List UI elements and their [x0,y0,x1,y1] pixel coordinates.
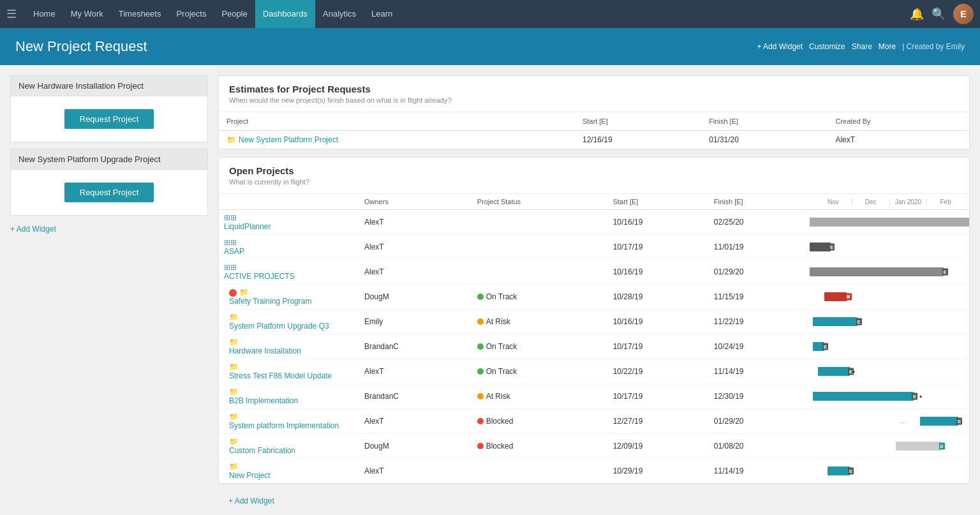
customize-button[interactable]: Customize [809,42,845,51]
platform-widget: New System Platform Upgrade Project Requ… [10,149,208,216]
project-link[interactable]: New Project [229,471,354,480]
search-icon[interactable]: 🔍 [932,7,946,21]
gantt-cell: ✖ [810,285,969,310]
add-widget-left-link[interactable]: + Add Widget [10,222,208,236]
folder-icon: 📁 [229,462,239,471]
owner-cell: AlexT [359,459,472,484]
project-name-cell: 📁System Platform Upgrade Q3 [219,310,359,334]
th-owners: Owners [359,194,472,210]
gantt-bar-container: E [810,238,969,256]
nav-my-work[interactable]: My Work [63,0,111,28]
project-link[interactable]: LiquidPlanner [224,222,354,231]
nav-dashboards[interactable]: Dashboards [255,0,315,28]
folder-icon: 📁 [229,437,239,446]
start-cell: 10/28/19 [608,285,709,310]
nav-home[interactable]: Home [26,0,63,28]
col-created-by: Created By [828,112,969,131]
table-row: 📁Hardware Installation BrandanC On Track… [219,334,969,359]
project-link[interactable]: 📁 New System Platform Project [226,135,567,144]
gantt-badge: ✖ [845,294,852,301]
table-row: ⊞⊞ACTIVE PROJECTS AlexT 10/16/19 01/29/2… [219,260,969,285]
start-cell: 12/27/19 [608,409,709,434]
folder-icon: 📁 [229,338,239,347]
gantt-badge: ♦ [918,393,923,400]
nav-learn[interactable]: Learn [364,0,400,28]
gantt-cell: E♦ [810,359,969,384]
add-widget-header-button[interactable]: + Add Widget [757,42,803,51]
project-name-cell: 📁New Project [219,459,359,484]
owner-cell: BrandanC [359,384,472,409]
estimates-body: Project Start [E] Finish [E] Created By … [219,112,969,149]
gantt-bar [810,267,944,276]
project-link[interactable]: Custom Fabrication [229,446,354,455]
nav-timesheets[interactable]: Timesheets [111,0,169,28]
project-name-cell: 📁System platform Implementation [219,409,359,434]
navbar: ☰ Home My Work Timesheets Projects Peopl… [0,0,980,28]
gantt-cell: E [810,434,969,459]
project-link[interactable]: System Platform Upgrade Q3 [229,322,354,331]
project-cell: 📁 New System Platform Project [219,131,575,149]
project-link[interactable]: Stress Test F86 Model Update [229,371,354,380]
gantt-cell: E [810,235,969,260]
project-link[interactable]: Safety Training Program [229,297,354,306]
col-finish-e: Finish [E] [701,112,828,131]
status-cell: At Risk [472,384,608,409]
finish-cell: 11/01/19 [709,235,810,260]
table-row: 📁B2B Implementation BrandanC At Risk 10/… [219,384,969,409]
owner-cell: DougM [359,285,472,310]
table-row: 📁Stress Test F86 Model Update AlexT On T… [219,359,969,384]
start-cell: 10/17/19 [608,384,709,409]
gantt-cell: E [810,334,969,359]
owner-cell: AlexT [359,359,472,384]
status-text: At Risk [477,392,603,401]
table-header-row: Owners Project Status Start [E] Finish [… [219,194,969,210]
share-button[interactable]: Share [852,42,872,51]
th-gantt: Nov Dec Jan 2020 Feb [810,194,969,210]
hardware-request-button[interactable]: Request Project [64,109,154,129]
project-name-cell: ⊞⊞LiquidPlanner [219,210,359,235]
status-cell: At Risk [472,310,608,334]
project-link[interactable]: B2B Implementation [229,396,354,405]
notifications-icon[interactable]: 🔔 [910,7,924,21]
right-column: Estimates for Project Requests When woul… [218,75,970,511]
owner-cell: BrandanC [359,334,472,359]
platform-request-button[interactable]: Request Project [64,183,154,202]
project-link[interactable]: Hardware Installation [229,347,354,355]
avatar[interactable]: E [953,4,974,24]
owner-cell: DougM [359,434,472,459]
menu-icon[interactable]: ☰ [6,7,17,21]
gantt-bar [813,392,914,401]
project-link[interactable]: System platform Implementation [229,421,354,430]
finish-cell: 10/24/19 [709,334,810,359]
table-row: 📁 New System Platform Project 12/16/19 0… [219,131,969,149]
owner-cell: AlexT [359,210,472,235]
main-content: New Hardware Installation Project Reques… [0,65,980,515]
estimates-header: Estimates for Project Requests When woul… [219,76,969,112]
add-widget-right-link[interactable]: + Add Widget [218,491,970,511]
hardware-widget: New Hardware Installation Project Reques… [10,75,208,142]
start-cell: 10/16/19 [608,260,709,285]
gantt-cell [810,210,969,235]
gantt-cell: E [810,260,969,285]
project-name-cell: ⊞⊞ASAP [219,235,359,260]
gantt-bar-container: ✖ [810,288,969,306]
circle-red-icon [229,289,237,297]
start-cell: 10/17/19 [608,235,709,260]
status-cell [472,210,608,235]
folder-icon: 📁 [229,412,239,421]
status-text: On Track [477,292,603,301]
nav-people[interactable]: People [214,0,255,28]
gantt-bar-container: E♦ [810,387,969,405]
project-link[interactable]: ASAP [224,247,354,256]
finish-cell: 02/25/20 [709,210,810,235]
status-dot [477,294,484,300]
nav-analytics[interactable]: Analytics [315,0,364,28]
table-row: 📁New Project AlexT 10/29/19 11/14/19 E [219,459,969,484]
open-projects-body: Owners Project Status Start [E] Finish [… [219,194,969,483]
project-link[interactable]: ACTIVE PROJECTS [224,272,354,281]
nav-projects[interactable]: Projects [168,0,214,28]
finish-cell: 01/31/20 [701,131,828,149]
more-button[interactable]: More [879,42,896,51]
gantt-badge: ♦ [851,368,856,375]
page-title: New Project Request [15,38,147,55]
